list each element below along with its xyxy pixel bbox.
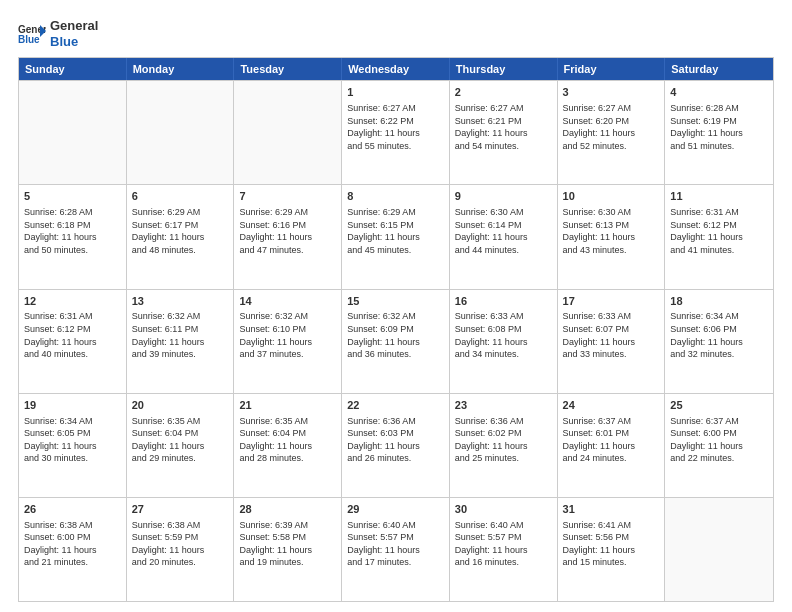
weekday-header: Saturday [665, 58, 773, 80]
calendar-cell: 3Sunrise: 6:27 AM Sunset: 6:20 PM Daylig… [558, 81, 666, 184]
day-info: Sunrise: 6:31 AM Sunset: 6:12 PM Dayligh… [24, 310, 121, 360]
day-info: Sunrise: 6:31 AM Sunset: 6:12 PM Dayligh… [670, 206, 768, 256]
weekday-header: Thursday [450, 58, 558, 80]
calendar-cell: 9Sunrise: 6:30 AM Sunset: 6:14 PM Daylig… [450, 185, 558, 288]
day-info: Sunrise: 6:28 AM Sunset: 6:18 PM Dayligh… [24, 206, 121, 256]
calendar-cell: 22Sunrise: 6:36 AM Sunset: 6:03 PM Dayli… [342, 394, 450, 497]
day-number: 19 [24, 398, 121, 413]
logo-text: General Blue [50, 18, 98, 49]
day-info: Sunrise: 6:29 AM Sunset: 6:16 PM Dayligh… [239, 206, 336, 256]
day-info: Sunrise: 6:37 AM Sunset: 6:01 PM Dayligh… [563, 415, 660, 465]
day-number: 16 [455, 294, 552, 309]
day-number: 18 [670, 294, 768, 309]
day-number: 21 [239, 398, 336, 413]
day-number: 30 [455, 502, 552, 517]
day-number: 11 [670, 189, 768, 204]
day-number: 13 [132, 294, 229, 309]
calendar-row: 19Sunrise: 6:34 AM Sunset: 6:05 PM Dayli… [19, 393, 773, 497]
calendar-cell: 2Sunrise: 6:27 AM Sunset: 6:21 PM Daylig… [450, 81, 558, 184]
day-info: Sunrise: 6:28 AM Sunset: 6:19 PM Dayligh… [670, 102, 768, 152]
day-number: 24 [563, 398, 660, 413]
weekday-header: Sunday [19, 58, 127, 80]
calendar-cell: 13Sunrise: 6:32 AM Sunset: 6:11 PM Dayli… [127, 290, 235, 393]
page-header: General Blue General Blue [18, 18, 774, 49]
day-info: Sunrise: 6:34 AM Sunset: 6:05 PM Dayligh… [24, 415, 121, 465]
day-number: 6 [132, 189, 229, 204]
calendar-cell [665, 498, 773, 601]
calendar-cell: 10Sunrise: 6:30 AM Sunset: 6:13 PM Dayli… [558, 185, 666, 288]
day-number: 2 [455, 85, 552, 100]
day-info: Sunrise: 6:39 AM Sunset: 5:58 PM Dayligh… [239, 519, 336, 569]
calendar-cell: 26Sunrise: 6:38 AM Sunset: 6:00 PM Dayli… [19, 498, 127, 601]
day-number: 1 [347, 85, 444, 100]
day-info: Sunrise: 6:32 AM Sunset: 6:11 PM Dayligh… [132, 310, 229, 360]
day-info: Sunrise: 6:30 AM Sunset: 6:14 PM Dayligh… [455, 206, 552, 256]
day-info: Sunrise: 6:34 AM Sunset: 6:06 PM Dayligh… [670, 310, 768, 360]
calendar-cell [127, 81, 235, 184]
day-number: 28 [239, 502, 336, 517]
day-info: Sunrise: 6:38 AM Sunset: 5:59 PM Dayligh… [132, 519, 229, 569]
day-number: 29 [347, 502, 444, 517]
day-info: Sunrise: 6:40 AM Sunset: 5:57 PM Dayligh… [347, 519, 444, 569]
calendar-cell: 30Sunrise: 6:40 AM Sunset: 5:57 PM Dayli… [450, 498, 558, 601]
day-number: 23 [455, 398, 552, 413]
day-info: Sunrise: 6:35 AM Sunset: 6:04 PM Dayligh… [239, 415, 336, 465]
day-info: Sunrise: 6:41 AM Sunset: 5:56 PM Dayligh… [563, 519, 660, 569]
calendar-row: 12Sunrise: 6:31 AM Sunset: 6:12 PM Dayli… [19, 289, 773, 393]
weekday-header: Wednesday [342, 58, 450, 80]
weekday-header: Friday [558, 58, 666, 80]
day-info: Sunrise: 6:27 AM Sunset: 6:20 PM Dayligh… [563, 102, 660, 152]
calendar-cell: 21Sunrise: 6:35 AM Sunset: 6:04 PM Dayli… [234, 394, 342, 497]
calendar-cell: 16Sunrise: 6:33 AM Sunset: 6:08 PM Dayli… [450, 290, 558, 393]
day-info: Sunrise: 6:29 AM Sunset: 6:15 PM Dayligh… [347, 206, 444, 256]
calendar-cell: 14Sunrise: 6:32 AM Sunset: 6:10 PM Dayli… [234, 290, 342, 393]
calendar-cell: 7Sunrise: 6:29 AM Sunset: 6:16 PM Daylig… [234, 185, 342, 288]
calendar-cell: 23Sunrise: 6:36 AM Sunset: 6:02 PM Dayli… [450, 394, 558, 497]
day-info: Sunrise: 6:33 AM Sunset: 6:08 PM Dayligh… [455, 310, 552, 360]
calendar-cell: 8Sunrise: 6:29 AM Sunset: 6:15 PM Daylig… [342, 185, 450, 288]
calendar-header: SundayMondayTuesdayWednesdayThursdayFrid… [19, 58, 773, 80]
calendar-cell: 31Sunrise: 6:41 AM Sunset: 5:56 PM Dayli… [558, 498, 666, 601]
day-info: Sunrise: 6:32 AM Sunset: 6:10 PM Dayligh… [239, 310, 336, 360]
calendar-cell [19, 81, 127, 184]
day-info: Sunrise: 6:27 AM Sunset: 6:22 PM Dayligh… [347, 102, 444, 152]
weekday-header: Tuesday [234, 58, 342, 80]
day-number: 22 [347, 398, 444, 413]
calendar-row: 1Sunrise: 6:27 AM Sunset: 6:22 PM Daylig… [19, 80, 773, 184]
logo: General Blue General Blue [18, 18, 98, 49]
day-info: Sunrise: 6:32 AM Sunset: 6:09 PM Dayligh… [347, 310, 444, 360]
day-info: Sunrise: 6:40 AM Sunset: 5:57 PM Dayligh… [455, 519, 552, 569]
day-number: 9 [455, 189, 552, 204]
day-info: Sunrise: 6:33 AM Sunset: 6:07 PM Dayligh… [563, 310, 660, 360]
calendar-cell: 15Sunrise: 6:32 AM Sunset: 6:09 PM Dayli… [342, 290, 450, 393]
day-number: 3 [563, 85, 660, 100]
calendar-cell: 24Sunrise: 6:37 AM Sunset: 6:01 PM Dayli… [558, 394, 666, 497]
calendar-cell: 20Sunrise: 6:35 AM Sunset: 6:04 PM Dayli… [127, 394, 235, 497]
day-info: Sunrise: 6:29 AM Sunset: 6:17 PM Dayligh… [132, 206, 229, 256]
day-number: 12 [24, 294, 121, 309]
calendar-cell: 11Sunrise: 6:31 AM Sunset: 6:12 PM Dayli… [665, 185, 773, 288]
day-info: Sunrise: 6:38 AM Sunset: 6:00 PM Dayligh… [24, 519, 121, 569]
calendar-row: 5Sunrise: 6:28 AM Sunset: 6:18 PM Daylig… [19, 184, 773, 288]
day-number: 15 [347, 294, 444, 309]
day-number: 8 [347, 189, 444, 204]
day-info: Sunrise: 6:36 AM Sunset: 6:03 PM Dayligh… [347, 415, 444, 465]
day-number: 10 [563, 189, 660, 204]
calendar-cell: 18Sunrise: 6:34 AM Sunset: 6:06 PM Dayli… [665, 290, 773, 393]
day-number: 4 [670, 85, 768, 100]
calendar-cell: 6Sunrise: 6:29 AM Sunset: 6:17 PM Daylig… [127, 185, 235, 288]
logo-icon: General Blue [18, 23, 46, 45]
day-number: 17 [563, 294, 660, 309]
day-info: Sunrise: 6:36 AM Sunset: 6:02 PM Dayligh… [455, 415, 552, 465]
day-info: Sunrise: 6:30 AM Sunset: 6:13 PM Dayligh… [563, 206, 660, 256]
calendar: SundayMondayTuesdayWednesdayThursdayFrid… [18, 57, 774, 602]
calendar-cell: 4Sunrise: 6:28 AM Sunset: 6:19 PM Daylig… [665, 81, 773, 184]
day-info: Sunrise: 6:27 AM Sunset: 6:21 PM Dayligh… [455, 102, 552, 152]
calendar-row: 26Sunrise: 6:38 AM Sunset: 6:00 PM Dayli… [19, 497, 773, 601]
calendar-cell: 19Sunrise: 6:34 AM Sunset: 6:05 PM Dayli… [19, 394, 127, 497]
day-info: Sunrise: 6:35 AM Sunset: 6:04 PM Dayligh… [132, 415, 229, 465]
day-number: 25 [670, 398, 768, 413]
day-number: 20 [132, 398, 229, 413]
day-number: 5 [24, 189, 121, 204]
calendar-page: General Blue General Blue SundayMondayTu… [0, 0, 792, 612]
